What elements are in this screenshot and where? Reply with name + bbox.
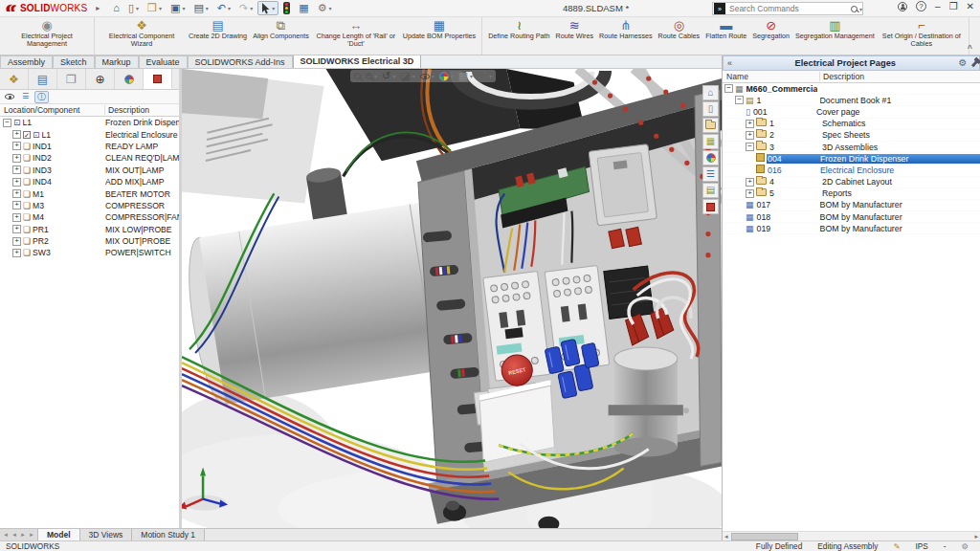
project-page-row[interactable]: −33D Assemblies xyxy=(723,142,980,153)
column-name[interactable]: Name xyxy=(723,72,820,81)
search-commands-box[interactable]: » ▾ xyxy=(712,2,863,15)
tab-sketch[interactable]: Sketch xyxy=(53,55,95,68)
scrollbar-thumb[interactable] xyxy=(731,533,798,540)
rebuild-button[interactable] xyxy=(279,1,294,15)
expander-expand[interactable]: + xyxy=(12,130,21,139)
new-document-button[interactable]: ▯▾ xyxy=(124,1,143,15)
project-page-row[interactable]: ▦017BOM by Manufacturer xyxy=(723,200,980,211)
component-tree-row[interactable]: +❏IND2CLEAN REQ'D|LAMP xyxy=(0,152,179,164)
st-home-button[interactable]: ⌂ xyxy=(702,85,719,100)
spec-label-plate[interactable] xyxy=(182,69,324,203)
expander-expand[interactable]: + xyxy=(746,120,754,128)
electrical-component-wizard-button[interactable]: ❖Electrical Component Wizard xyxy=(98,18,186,54)
panel-collapse-icon[interactable]: « xyxy=(727,59,732,68)
project-page-row[interactable]: −▦M660_Commercial Mixer xyxy=(723,83,980,95)
column-location-component[interactable]: Location/Component xyxy=(0,105,105,115)
panel-pin-icon[interactable] xyxy=(970,60,977,67)
door-mounted-panel[interactable] xyxy=(589,144,657,226)
home-button[interactable]: ⌂ xyxy=(109,1,123,15)
minimize-button[interactable]: – xyxy=(935,2,941,11)
flatten-route-button[interactable]: ▬Flatten Route xyxy=(702,18,749,54)
expander-expand[interactable]: + xyxy=(12,225,21,233)
tab-motion-study-1[interactable]: Motion Study 1 xyxy=(132,529,205,540)
expander-expand[interactable]: + xyxy=(746,189,754,198)
st-electrical-button[interactable] xyxy=(702,199,719,214)
create-2d-drawing-button[interactable]: ▤Create 2D Drawing xyxy=(186,18,250,54)
st-sheet-button[interactable]: ▤ xyxy=(702,183,719,198)
tab-3d-views[interactable]: 3D Views xyxy=(80,529,133,540)
change-length-of-rail-or-duct-button[interactable]: ↔Change Length of 'Rail' or 'Duct' xyxy=(312,18,400,54)
expander-expand[interactable]: + xyxy=(12,237,21,246)
search-scope-icon[interactable]: » xyxy=(714,3,725,14)
component-tree-row[interactable]: +❏IND4ADD MIX|LAMP xyxy=(0,176,179,187)
st-list-button[interactable]: ☰ xyxy=(702,166,719,182)
panel-settings-gear-icon[interactable]: ⚙ xyxy=(959,58,968,68)
component-tree-row[interactable]: +❏M4COMPRESSOR|FAN MOTOR xyxy=(0,211,179,223)
expander-expand[interactable]: + xyxy=(12,154,21,163)
component-tree-row[interactable]: +✓⊡L1Electrical Enclosure xyxy=(0,128,179,140)
scroll-right-arrow[interactable]: ▸ xyxy=(972,533,980,540)
column-description[interactable]: Description xyxy=(105,105,179,115)
route-cables-button[interactable]: ◎Route Cables xyxy=(656,18,703,54)
st-appearance-button[interactable] xyxy=(702,150,719,165)
select-cursor-button[interactable]: ▾ xyxy=(257,1,278,15)
display-options-button[interactable]: ▦ xyxy=(295,1,312,15)
scroll-left-arrow[interactable]: ◂ xyxy=(723,533,730,540)
last-tab-arrow[interactable]: ▸ xyxy=(28,531,35,539)
scene-tool[interactable]: ▦▾ xyxy=(458,71,473,81)
route-harnesses-button[interactable]: ⋔Route Harnesses xyxy=(596,18,656,54)
component-tree-row[interactable]: +❏IND3MIX OUT|LAMP xyxy=(0,165,179,176)
column-description-right[interactable]: Description xyxy=(820,72,980,81)
component-tree-row[interactable]: +❏SW3POWER|SWITCH xyxy=(0,247,179,258)
hide-show-tool[interactable]: ▾ xyxy=(420,73,434,79)
search-input[interactable] xyxy=(727,3,851,14)
menu-expand-arrow[interactable]: ▸ xyxy=(96,4,100,12)
component-tree-row[interactable]: −⊡L1Frozen Drink Dispenser xyxy=(0,117,179,128)
grouping-toolbar-button[interactable]: ☰ xyxy=(18,91,33,103)
component-tree-row[interactable]: +❏PR1MIX LOW|PROBE xyxy=(0,224,179,235)
define-routing-path-button[interactable]: ≀Define Routing Path xyxy=(485,18,552,54)
tab-solidworks-electrical-3d[interactable]: SOLIDWORKS Electrical 3D xyxy=(293,55,422,68)
st-folder-button[interactable] xyxy=(702,118,719,133)
mgr-display-tab[interactable] xyxy=(115,69,144,89)
align-components-button[interactable]: ⧉Align Components xyxy=(250,18,312,54)
search-dropdown-arrow[interactable]: ▾ xyxy=(859,6,862,12)
status-gear-icon[interactable]: ⚙ xyxy=(962,541,969,551)
graphics-viewport[interactable]: RESET xyxy=(182,69,722,528)
settings-gear-button[interactable]: ⚙▾ xyxy=(314,1,336,15)
expander-collapse[interactable]: − xyxy=(3,119,11,127)
update-bom-properties-button[interactable]: ▦Update BOM Properties xyxy=(400,18,479,54)
eye-toolbar-button[interactable] xyxy=(2,91,16,103)
right-tree-column-headers[interactable]: Name Description xyxy=(723,71,980,83)
segregation-button[interactable]: ⊘Segregation xyxy=(749,18,792,54)
right-panel-hscrollbar[interactable]: ◂ ▸ xyxy=(723,531,980,540)
project-page-row[interactable]: −▤1Document Book #1 xyxy=(723,95,980,106)
tab-solidworks-add-ins[interactable]: SOLIDWORKS Add-Ins xyxy=(188,55,293,68)
project-page-row[interactable]: 004Frozen Drink Dispenser xyxy=(723,153,980,165)
component-tree-row[interactable]: +❏M1BEATER MOTOR xyxy=(0,187,179,199)
st-texture-button[interactable]: ▦ xyxy=(702,134,719,149)
reset-button[interactable]: RESET xyxy=(501,355,532,386)
mgr-electrical-tab[interactable] xyxy=(144,69,172,89)
expander-expand[interactable]: + xyxy=(12,249,21,257)
set-origin-destination-of-cables-button[interactable]: ⌐Set Origin / Destination of Cables xyxy=(878,18,966,54)
help-icon[interactable]: ? xyxy=(916,1,926,11)
mgr-dimxpert-tab[interactable]: ⊕ xyxy=(86,69,115,89)
appearances-tool[interactable]: ▾ xyxy=(439,72,454,81)
project-page-row[interactable]: +5Reports xyxy=(723,188,980,200)
segregation-management-button[interactable]: ▥Segregation Management xyxy=(792,18,878,54)
component-tree-row[interactable]: +❏IND1READY LAMP xyxy=(0,141,179,152)
expander-expand[interactable]: + xyxy=(12,178,21,187)
tab-evaluate[interactable]: Evaluate xyxy=(139,55,188,68)
checkbox-checked[interactable]: ✓ xyxy=(23,131,31,139)
view-orientation-tool[interactable]: ❒▾ xyxy=(478,71,492,81)
expander-expand[interactable]: + xyxy=(12,201,21,209)
restore-button[interactable]: ❐ xyxy=(949,2,958,11)
project-page-row[interactable]: ▦019BOM by Manufacturer xyxy=(723,223,980,234)
mgr-configuration-tab[interactable]: ❐ xyxy=(57,69,86,89)
tab-markup[interactable]: Markup xyxy=(95,55,139,68)
expander-expand[interactable]: + xyxy=(12,142,21,150)
zoom-area-tool[interactable]: ▾ xyxy=(366,73,377,79)
mgr-property-tab[interactable]: ▤ xyxy=(29,69,57,89)
mgr-assembly-tab[interactable]: ❖ xyxy=(0,69,29,89)
